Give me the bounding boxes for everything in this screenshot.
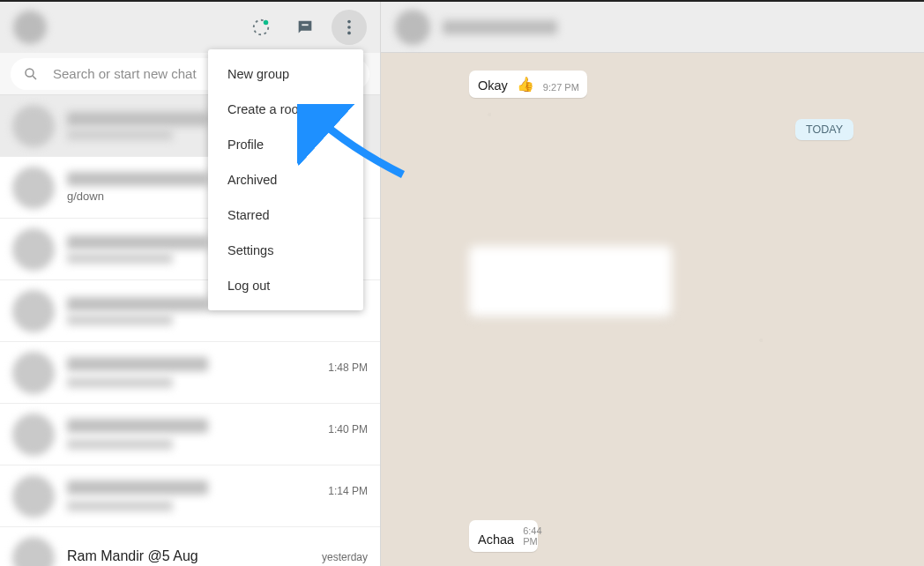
chat-header-avatar[interactable] <box>395 10 430 45</box>
chat-item[interactable]: 1:40 PM <box>0 404 380 465</box>
chat-name <box>67 480 208 495</box>
chat-name <box>67 235 208 249</box>
chat-name <box>67 419 208 433</box>
chat-avatar[interactable] <box>12 105 55 147</box>
chat-name: Ram Mandir @5 Aug <box>67 548 322 564</box>
chat-avatar[interactable] <box>12 537 55 567</box>
svg-rect-2 <box>302 24 308 26</box>
svg-line-7 <box>33 76 36 79</box>
chat-avatar[interactable] <box>12 290 55 332</box>
message-text: Okay <box>478 78 508 93</box>
new-chat-icon[interactable] <box>287 10 323 45</box>
chat-name <box>67 297 208 311</box>
chat-time: 1:48 PM <box>328 361 368 374</box>
chat-preview <box>67 130 173 140</box>
menu-item-archived[interactable]: Archived <box>208 162 363 197</box>
menu-item-profile[interactable]: Profile <box>208 127 363 162</box>
chat-preview <box>67 253 173 264</box>
menu-icon[interactable] <box>332 10 367 45</box>
chat-name <box>67 112 208 126</box>
chat-time: 1:14 PM <box>328 485 368 497</box>
chat-preview <box>67 501 173 511</box>
chat-canvas: Okay 👍 9:27 PM TODAY Achaa 6:44 PM <box>381 53 924 566</box>
menu-item-new-group[interactable]: New group <box>208 56 363 92</box>
chat-avatar[interactable] <box>12 167 55 209</box>
chat-item[interactable]: 1:48 PM <box>0 342 380 404</box>
svg-point-6 <box>26 69 34 77</box>
svg-point-3 <box>347 20 351 24</box>
chat-header-title <box>443 20 557 34</box>
svg-point-1 <box>264 20 269 26</box>
chat-item[interactable]: 1:14 PM <box>0 465 380 527</box>
status-icon[interactable] <box>243 10 279 45</box>
search-icon <box>23 66 39 82</box>
chat-preview <box>67 439 173 450</box>
menu-item-create-a-room[interactable]: Create a room <box>208 92 363 127</box>
chat-name <box>67 172 208 186</box>
chat-time: 1:40 PM <box>328 423 368 436</box>
chat-preview <box>67 315 173 325</box>
message-time: 9:27 PM <box>543 82 579 93</box>
svg-point-4 <box>347 26 351 29</box>
message-time: 6:44 PM <box>523 525 541 547</box>
message-bubble[interactable]: Achaa 6:44 PM <box>469 520 538 552</box>
message-bubble-blurred[interactable] <box>469 246 672 317</box>
chat-time: yesterday <box>322 551 368 563</box>
thumbs-up-icon: 👍 <box>517 76 534 93</box>
day-chip: TODAY <box>795 119 853 140</box>
chat-header[interactable] <box>381 2 924 53</box>
chat-avatar[interactable] <box>12 475 55 518</box>
left-header <box>0 2 380 53</box>
dropdown-menu: New groupCreate a roomProfileArchivedSta… <box>208 49 363 310</box>
menu-item-settings[interactable]: Settings <box>208 233 363 268</box>
chat-item[interactable]: Ram Mandir @5 Augyesterday <box>0 527 380 566</box>
chat-preview <box>67 377 173 388</box>
message-text: Achaa <box>478 532 514 547</box>
chat-avatar[interactable] <box>12 413 55 456</box>
chat-avatar[interactable] <box>12 352 55 394</box>
chat-name <box>67 357 208 371</box>
my-avatar[interactable] <box>13 11 47 44</box>
chat-avatar[interactable] <box>12 228 55 271</box>
message-bubble[interactable]: Okay 👍 9:27 PM <box>469 71 587 98</box>
right-pane: Okay 👍 9:27 PM TODAY Achaa 6:44 PM <box>381 2 924 566</box>
menu-item-log-out[interactable]: Log out <box>208 268 363 303</box>
menu-item-starred[interactable]: Starred <box>208 197 363 233</box>
svg-point-5 <box>347 32 351 35</box>
